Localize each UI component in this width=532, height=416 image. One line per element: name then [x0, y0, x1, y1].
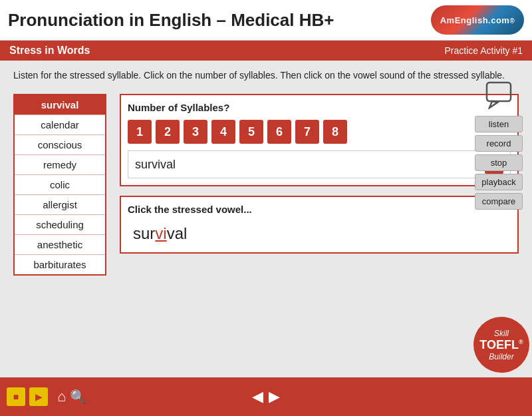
stop-icon-button[interactable]: ■	[7, 387, 25, 406]
controls-panel: listen record stop playback compare	[475, 80, 523, 210]
syllable-num-btn-7[interactable]: 7	[295, 120, 319, 144]
word-item-scheduling[interactable]: scheduling	[15, 215, 105, 235]
page-title: Pronunciation in English – Medical HB+	[8, 10, 334, 31]
compare-button[interactable]: compare	[475, 193, 523, 210]
speech-bubble-icon	[484, 80, 513, 109]
syllable-num-btn-6[interactable]: 6	[267, 120, 291, 144]
word-item-anesthetic[interactable]: anesthetic	[15, 235, 105, 255]
playback-button[interactable]: playback	[475, 174, 523, 190]
word-item-remedy[interactable]: remedy	[15, 155, 105, 175]
bottom-navigation: ◀ ▶	[252, 388, 280, 405]
search-button[interactable]: 🔍	[70, 389, 86, 405]
header: Pronunciation in English – Medical HB+ A…	[0, 0, 532, 41]
word-list: survivalcalendarconsciousremedycolicalle…	[13, 94, 106, 276]
toefl-badge: Skill TOEFL® Builder	[473, 317, 529, 373]
logo-reg: ®	[509, 17, 515, 25]
logo: AmEnglish.com®	[431, 5, 524, 35]
play-icon-button[interactable]: ▶	[29, 387, 48, 406]
syllable-num-btn-3[interactable]: 3	[184, 120, 207, 144]
vowel-panel: Click the stressed vowel... survival	[120, 196, 519, 254]
next-button[interactable]: ▶	[269, 388, 280, 405]
toefl-name: TOEFL	[479, 338, 519, 351]
record-button[interactable]: record	[475, 135, 523, 152]
main-content: survivalcalendarconsciousremedycolicalle…	[0, 94, 532, 276]
syllable-num-btn-2[interactable]: 2	[156, 120, 180, 144]
prev-button[interactable]: ◀	[252, 388, 263, 405]
toefl-skill: Skill	[494, 329, 509, 338]
syllable-num-btn-5[interactable]: 5	[239, 120, 263, 144]
svg-marker-1	[489, 101, 497, 108]
home-button[interactable]: ⌂	[57, 388, 66, 405]
toefl-text: TOEFL®	[479, 338, 523, 352]
syllable-display: survival 3	[128, 150, 511, 178]
word-item-barbiturates[interactable]: barbiturates	[15, 255, 105, 274]
word-item-colic[interactable]: colic	[15, 175, 105, 195]
word-item-conscious[interactable]: conscious	[15, 135, 105, 155]
vowel-before: sur	[133, 224, 155, 242]
vowel-title: Click the stressed vowel...	[128, 204, 511, 215]
bottom-bar: ■ ▶ ⌂ 🔍 ◀ ▶	[0, 377, 532, 416]
logo-text: AmEnglish.com®	[440, 15, 515, 25]
syllable-num-btn-4[interactable]: 4	[211, 120, 235, 144]
logo-area: AmEnglish.com®	[431, 5, 524, 35]
toefl-builder: Builder	[489, 352, 513, 361]
play-triangle-icon: ▶	[35, 391, 43, 402]
practice-label: Practice Activity #1	[445, 45, 523, 56]
vowel-after: val	[167, 224, 188, 242]
right-panels: Number of Syllables? 12345678 survival 3…	[120, 94, 519, 276]
bottom-left-icons: ■ ▶ ⌂ 🔍	[7, 387, 86, 406]
word-item-calendar[interactable]: calendar	[15, 115, 105, 135]
word-item-survival[interactable]: survival	[15, 95, 105, 115]
syllable-num-btn-1[interactable]: 1	[128, 120, 152, 144]
svg-rect-0	[487, 83, 511, 101]
logo-oval: AmEnglish.com®	[431, 5, 524, 35]
stop-button[interactable]: stop	[475, 154, 523, 171]
toefl-reg: ®	[519, 339, 523, 345]
instructions: Listen for the stressed syllable. Click …	[0, 61, 532, 87]
syllables-title: Number of Syllables?	[128, 102, 511, 113]
word-item-allergist[interactable]: allergist	[15, 195, 105, 215]
syllable-num-btn-8[interactable]: 8	[323, 120, 347, 144]
syllables-panel: Number of Syllables? 12345678 survival 3	[120, 94, 519, 186]
stop-square-icon: ■	[13, 391, 19, 402]
syllable-word: survival	[135, 158, 176, 172]
listen-button[interactable]: listen	[475, 116, 523, 132]
red-bar: Stress in Words Practice Activity #1	[0, 41, 532, 61]
stress-label: Stress in Words	[9, 45, 90, 57]
vowel-word: survival	[128, 222, 511, 246]
vowel-highlight[interactable]: vi	[155, 224, 166, 242]
number-buttons: 12345678	[128, 120, 511, 144]
